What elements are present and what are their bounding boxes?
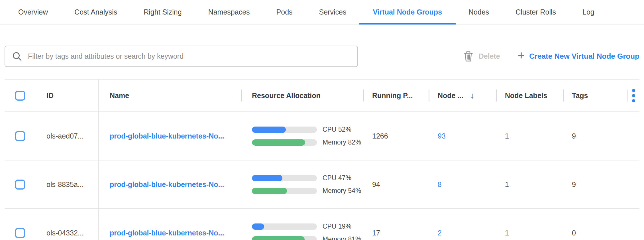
resource-bars: CPU 47% Memory 54% [252, 174, 361, 195]
memory-usage-fill [252, 236, 305, 240]
tab-services[interactable]: Services [319, 0, 347, 24]
running-pods-value: 17 [363, 209, 429, 240]
row-select-cell [5, 160, 37, 208]
cpu-usage-fill [252, 127, 286, 133]
row-select-cell [5, 209, 37, 240]
row-checkbox[interactable] [15, 228, 25, 238]
tab-virtual-node-groups[interactable]: Virtual Node Groups [373, 0, 442, 24]
tab-nodes[interactable]: Nodes [468, 0, 489, 24]
vng-name-link[interactable]: prod-global-blue-kubernetes-No... [110, 132, 224, 140]
column-settings-cell [627, 80, 639, 111]
table-row: ols-aed07... prod-global-blue-kubernetes… [5, 112, 639, 160]
row-menu-cell [627, 112, 639, 160]
kebab-dot [632, 99, 635, 102]
nodes-cell: 2 [429, 209, 496, 240]
tab-log[interactable]: Log [582, 0, 594, 24]
delete-button[interactable]: Delete [464, 51, 500, 62]
toolbar-actions: Delete + Create New Virtual Node Group [464, 50, 639, 62]
column-header-running-pods[interactable]: Running P... [363, 80, 429, 111]
vng-id: ols-8835a... [37, 160, 99, 208]
running-pods-value: 1266 [363, 112, 429, 160]
table-row: ols-8835a... prod-global-blue-kubernetes… [5, 160, 639, 209]
running-pods-value: 94 [363, 160, 429, 208]
tab-cluster-rolls[interactable]: Cluster Rolls [515, 0, 556, 24]
row-checkbox[interactable] [15, 131, 25, 141]
column-header-name[interactable]: Name [99, 80, 241, 111]
column-header-nodes[interactable]: Node ... ↓ [429, 80, 496, 111]
cpu-usage-label: CPU 52% [323, 126, 361, 133]
memory-usage-label: Memory 82% [323, 139, 361, 146]
vng-id: ols-04332... [37, 209, 99, 240]
virtual-node-groups-table: ID Name Resource Allocation Running P...… [5, 79, 639, 240]
column-settings-menu-button[interactable] [631, 88, 636, 103]
row-checkbox[interactable] [15, 180, 25, 190]
vng-name-link[interactable]: prod-global-blue-kubernetes-No... [110, 229, 224, 237]
nodes-cell: 93 [429, 112, 496, 160]
cpu-usage-bar [252, 127, 317, 133]
column-header-node-labels[interactable]: Node Labels [496, 80, 563, 111]
tags-value: 9 [563, 112, 627, 160]
kebab-dot [632, 94, 635, 97]
column-header-resource-allocation[interactable]: Resource Allocation [241, 80, 363, 111]
resource-bars: CPU 19% Memory 81% [252, 223, 361, 240]
column-header-nodes-label: Node ... [438, 91, 463, 100]
vng-id: ols-aed07... [37, 112, 99, 160]
tab-overview[interactable]: Overview [18, 0, 48, 24]
resource-bars: CPU 52% Memory 82% [252, 126, 361, 146]
vng-name-cell: prod-global-blue-kubernetes-No... [99, 209, 241, 240]
memory-usage-bar [252, 139, 317, 146]
table-header-row: ID Name Resource Allocation Running P...… [5, 80, 639, 112]
cpu-usage-label: CPU 47% [323, 174, 361, 182]
vng-name-cell: prod-global-blue-kubernetes-No... [99, 112, 241, 160]
tab-right-sizing[interactable]: Right Sizing [144, 0, 182, 24]
node-labels-value: 1 [496, 112, 563, 160]
cpu-usage-bar [252, 223, 317, 230]
node-labels-value: 1 [496, 160, 563, 208]
resource-allocation-cell: CPU 47% Memory 54% [241, 160, 363, 208]
create-new-virtual-node-group-button[interactable]: + Create New Virtual Node Group [518, 50, 639, 62]
tab-namespaces[interactable]: Namespaces [208, 0, 250, 24]
resource-allocation-cell: CPU 52% Memory 82% [241, 112, 363, 160]
toolbar: Delete + Create New Virtual Node Group [5, 46, 639, 67]
table-row: ols-04332... prod-global-blue-kubernetes… [5, 209, 639, 240]
memory-usage-bar [252, 188, 317, 194]
select-all-cell [5, 80, 37, 111]
tags-value: 0 [563, 209, 627, 240]
row-menu-cell [627, 160, 639, 208]
row-menu-cell [627, 209, 639, 240]
memory-usage-bar [252, 236, 317, 240]
memory-usage-fill [252, 188, 287, 194]
node-labels-value: 1 [496, 209, 563, 240]
search-icon [12, 51, 22, 62]
memory-usage-fill [252, 139, 305, 146]
search-input[interactable] [27, 52, 352, 61]
create-button-label: Create New Virtual Node Group [529, 52, 639, 61]
resource-allocation-cell: CPU 19% Memory 81% [241, 209, 363, 240]
filter-search-box [5, 46, 358, 67]
nodes-count-link[interactable]: 2 [438, 229, 442, 237]
memory-usage-label: Memory 54% [323, 187, 361, 195]
nodes-count-link[interactable]: 93 [438, 132, 446, 140]
vng-name-cell: prod-global-blue-kubernetes-No... [99, 160, 241, 208]
nodes-count-link[interactable]: 8 [438, 180, 442, 189]
cpu-usage-label: CPU 19% [323, 223, 361, 230]
tags-value: 9 [563, 160, 627, 208]
cpu-usage-bar [252, 175, 317, 181]
cpu-usage-fill [252, 223, 264, 230]
kebab-dot [632, 89, 635, 92]
vng-name-link[interactable]: prod-global-blue-kubernetes-No... [110, 180, 224, 189]
memory-usage-label: Memory 81% [323, 235, 361, 240]
column-header-id[interactable]: ID [37, 80, 99, 111]
cpu-usage-fill [252, 175, 282, 181]
row-select-cell [5, 112, 37, 160]
nodes-cell: 8 [429, 160, 496, 208]
tab-bar: Overview Cost Analysis Right Sizing Name… [0, 0, 644, 25]
select-all-checkbox[interactable] [15, 91, 25, 101]
column-header-tags[interactable]: Tags [563, 80, 627, 111]
sort-descending-icon: ↓ [470, 91, 474, 100]
tab-cost-analysis[interactable]: Cost Analysis [74, 0, 117, 24]
trash-icon [464, 51, 473, 62]
delete-button-label: Delete [479, 52, 500, 60]
plus-icon: + [518, 50, 525, 62]
tab-pods[interactable]: Pods [276, 0, 293, 24]
